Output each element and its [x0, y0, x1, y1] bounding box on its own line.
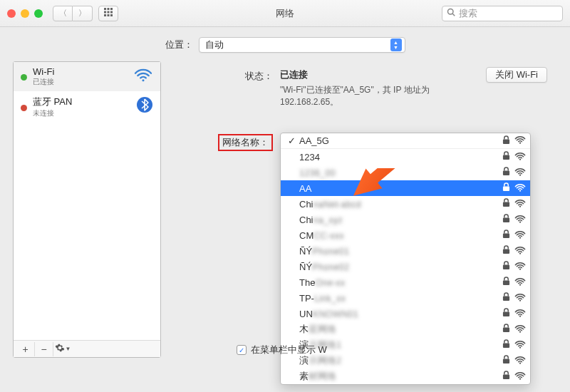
svg-rect-2	[110, 8, 113, 10]
network-option[interactable]: China_xyz	[281, 212, 530, 227]
show-all-button[interactable]	[98, 6, 118, 21]
svg-rect-4	[108, 11, 110, 14]
forward-button[interactable]: 〉	[73, 6, 93, 21]
wifi-signal-icon	[514, 355, 526, 367]
network-option[interactable]: ÑÝPhone02	[281, 259, 530, 274]
svg-rect-43	[503, 375, 509, 379]
network-option[interactable]: TheOne-xx	[281, 274, 530, 290]
chevron-right-icon: 〉	[78, 8, 86, 19]
wifi-signal-icon	[514, 292, 526, 304]
location-value: 自动	[205, 38, 224, 51]
lock-icon	[502, 355, 510, 366]
svg-point-26	[519, 237, 521, 238]
service-name: 蓝牙 PAN	[33, 96, 130, 108]
service-actions-button[interactable]: ▼	[53, 342, 72, 356]
close-window-button[interactable]	[7, 9, 16, 18]
svg-rect-35	[503, 312, 509, 316]
search-icon	[447, 8, 455, 19]
network-name-label-wrap: 网络名称：	[171, 133, 273, 151]
status-label: 状态：	[171, 68, 273, 108]
network-option[interactable]: CMCC-xxx	[281, 227, 530, 243]
window-titlebar: 〈 〉 网络 搜索	[0, 0, 570, 27]
network-option[interactable]: AA	[281, 180, 530, 196]
minimize-window-button[interactable]	[21, 9, 29, 18]
svg-rect-6	[104, 14, 106, 16]
network-dropdown-selected[interactable]: ✓AA_5G	[281, 133, 530, 149]
network-ssid: 1234	[299, 152, 320, 163]
nav-buttons: 〈 〉	[53, 6, 93, 21]
grid-icon	[104, 8, 113, 19]
lock-icon	[502, 292, 510, 304]
svg-rect-17	[503, 171, 509, 175]
lock-icon	[502, 151, 510, 163]
wifi-signal-icon	[514, 261, 526, 273]
add-service-button[interactable]: +	[16, 342, 35, 356]
updown-arrows-icon: ▲▼	[390, 38, 402, 51]
lock-icon	[502, 167, 510, 178]
svg-rect-33	[503, 296, 509, 301]
sidebar-footer: + − ▼	[14, 340, 160, 357]
network-ssid: ÑÝPhone01	[299, 246, 349, 257]
traffic-lights	[7, 9, 43, 18]
minus-icon: −	[41, 344, 46, 355]
lock-icon	[502, 214, 510, 225]
network-option[interactable]: TP-Link_xx	[281, 290, 530, 306]
service-status: 已连接	[33, 77, 128, 87]
wifi-signal-icon	[514, 135, 526, 147]
lock-icon	[502, 277, 510, 288]
back-button[interactable]: 〈	[53, 6, 73, 21]
svg-point-42	[519, 362, 521, 363]
network-option[interactable]: 木星网络	[281, 321, 530, 337]
svg-rect-5	[110, 11, 113, 14]
wifi-signal-icon	[514, 198, 526, 210]
location-select[interactable]: 自动 ▲▼	[199, 37, 405, 53]
svg-rect-31	[503, 281, 509, 285]
chevron-left-icon: 〈	[59, 8, 67, 19]
zoom-window-button[interactable]	[34, 9, 43, 18]
svg-point-11	[142, 79, 144, 81]
network-option[interactable]: UNKNOWN01	[281, 306, 530, 321]
network-option[interactable]: 1236_00	[281, 165, 530, 180]
gear-icon	[55, 343, 65, 355]
service-item-bluetooth[interactable]: 蓝牙 PAN 未连接	[14, 91, 160, 123]
wifi-signal-icon	[514, 182, 526, 195]
svg-point-36	[519, 315, 521, 316]
show-in-menubar-row: ✓ 在菜单栏中显示 W	[237, 344, 327, 356]
network-option[interactable]: ÑÝPhone01	[281, 243, 530, 259]
service-list: Wi-Fi 已连接 蓝牙 PAN 未连接	[14, 62, 160, 340]
network-ssid: ChinaNet-abcd	[299, 199, 361, 210]
network-option[interactable]: ChinaNet-abcd	[281, 196, 530, 212]
status-dot-icon	[21, 105, 27, 111]
svg-point-18	[519, 174, 521, 175]
svg-point-22	[519, 205, 521, 207]
network-ssid: AA_5G	[299, 135, 329, 146]
service-status: 未连接	[33, 108, 130, 118]
wifi-icon	[133, 67, 153, 87]
network-ssid: ÑÝPhone02	[299, 262, 349, 272]
show-in-menubar-checkbox[interactable]: ✓	[237, 345, 247, 355]
lock-icon	[502, 229, 510, 241]
detail-pane: 关闭 Wi-Fi 状态： 已连接 "Wi-Fi"已连接至"AA_5G"，其 IP…	[171, 61, 557, 385]
svg-point-38	[519, 331, 521, 332]
svg-point-9	[448, 9, 454, 15]
svg-rect-1	[108, 8, 110, 10]
search-input[interactable]: 搜索	[442, 6, 563, 21]
network-option[interactable]: 素材网络	[281, 368, 530, 384]
network-option[interactable]: 1234	[281, 149, 530, 165]
remove-service-button[interactable]: −	[35, 342, 53, 356]
bluetooth-icon	[136, 96, 153, 118]
chevron-down-icon: ▼	[66, 346, 71, 352]
svg-rect-25	[503, 234, 509, 238]
svg-point-40	[519, 346, 521, 348]
svg-point-24	[519, 221, 521, 222]
network-ssid: TP-Link_xx	[299, 293, 346, 304]
status-dot-icon	[21, 74, 27, 81]
svg-point-28	[519, 252, 521, 254]
lock-icon	[502, 182, 510, 194]
wifi-signal-icon	[514, 229, 526, 242]
lock-icon	[502, 371, 510, 382]
location-row: 位置： 自动 ▲▼	[0, 27, 570, 61]
service-item-wifi[interactable]: Wi-Fi 已连接	[14, 62, 160, 91]
lock-icon	[502, 339, 510, 351]
turn-wifi-off-button[interactable]: 关闭 Wi-Fi	[486, 67, 547, 83]
